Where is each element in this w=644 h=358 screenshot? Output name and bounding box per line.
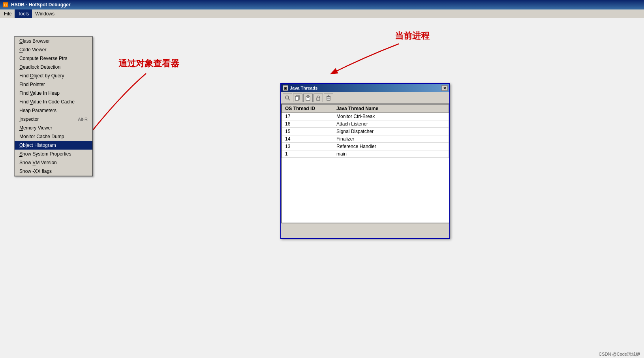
jt-toolbar-btn-copy[interactable] bbox=[293, 94, 302, 102]
svg-text:H: H bbox=[4, 3, 7, 7]
os-thread-id-cell: 17 bbox=[282, 113, 333, 120]
menu-windows[interactable]: Windows bbox=[32, 9, 58, 18]
menu-memory-viewer[interactable]: Memory Viewer bbox=[15, 124, 92, 132]
menu-find-pointer[interactable]: Find Pointer bbox=[15, 80, 92, 89]
jt-scroll-area[interactable]: OS Thread ID Java Thread Name 17Monitor … bbox=[282, 104, 449, 223]
java-thread-name-cell: Attach Listener bbox=[333, 120, 449, 128]
menu-find-value-in-code-cache[interactable]: Find Value In Code Cache bbox=[15, 97, 92, 106]
title-bar: H HSDB - HotSpot Debugger bbox=[0, 0, 644, 9]
os-thread-id-cell: 14 bbox=[282, 135, 333, 143]
menu-deadlock-detection[interactable]: Deadlock Detection bbox=[15, 63, 92, 71]
menu-object-histogram[interactable]: Object Histogram bbox=[15, 141, 92, 150]
app-title: HSDB - HotSpot Debugger bbox=[11, 2, 71, 7]
menu-compute-reverse-ptrs[interactable]: Compute Reverse Ptrs bbox=[15, 54, 92, 63]
menu-tools[interactable]: Tools bbox=[15, 9, 32, 18]
menu-heap-parameters[interactable]: Heap Parameters bbox=[15, 106, 92, 115]
jt-close-button[interactable]: ✕ bbox=[441, 85, 448, 91]
table-row[interactable]: 17Monitor Ctrl-Break bbox=[282, 113, 449, 120]
menu-file[interactable]: File bbox=[1, 9, 15, 18]
jt-table-container: OS Thread ID Java Thread Name 17Monitor … bbox=[281, 104, 449, 223]
tools-dropdown: Class Browser Code Viewer Compute Revers… bbox=[14, 36, 93, 176]
table-row[interactable]: 1main bbox=[282, 150, 449, 158]
jt-status-bar bbox=[281, 231, 449, 238]
menu-monitor-cache-dump[interactable]: Monitor Cache Dump bbox=[15, 132, 92, 141]
java-threads-window: ▣ Java Threads ✕ bbox=[280, 83, 450, 239]
table-row[interactable]: 15Signal Dispatcher bbox=[282, 128, 449, 135]
status-bar: CSDN @Code玩城狮 bbox=[595, 351, 644, 358]
main-content: Class Browser Code Viewer Compute Revers… bbox=[0, 18, 644, 358]
java-thread-name-cell: Signal Dispatcher bbox=[333, 128, 449, 135]
annotation-current-process: 当前进程 bbox=[395, 30, 430, 42]
java-thread-name-cell: Finalizer bbox=[333, 135, 449, 143]
menu-inspector[interactable]: Inspector Alt-R bbox=[15, 115, 92, 124]
os-thread-id-cell: 13 bbox=[282, 143, 333, 150]
menu-find-value-in-heap[interactable]: Find Value In Heap bbox=[15, 89, 92, 97]
jt-bottom-bar bbox=[281, 223, 449, 231]
annotation-object-viewer: 通过对象查看器 bbox=[118, 58, 179, 69]
menu-show-system-properties[interactable]: Show System Properties bbox=[15, 150, 92, 158]
jt-table: OS Thread ID Java Thread Name 17Monitor … bbox=[282, 104, 449, 158]
menu-show-vm-version[interactable]: Show VM Version bbox=[15, 158, 92, 167]
jt-toolbar-btn-lock[interactable] bbox=[314, 94, 323, 102]
table-row[interactable]: 13Reference Handler bbox=[282, 143, 449, 150]
menu-class-browser[interactable]: Class Browser bbox=[15, 37, 92, 45]
jt-title: Java Threads bbox=[290, 86, 317, 90]
jt-toolbar-btn-search[interactable] bbox=[283, 94, 292, 102]
table-row[interactable]: 16Attach Listener bbox=[282, 120, 449, 128]
jt-window-icon: ▣ bbox=[283, 85, 288, 91]
col-java-thread-name: Java Thread Name bbox=[333, 105, 449, 113]
svg-line-3 bbox=[288, 99, 290, 100]
table-row[interactable]: 14Finalizer bbox=[282, 135, 449, 143]
menu-code-viewer[interactable]: Code Viewer bbox=[15, 45, 92, 54]
svg-rect-8 bbox=[317, 98, 320, 100]
java-thread-name-cell: Monitor Ctrl-Break bbox=[333, 113, 449, 120]
svg-rect-5 bbox=[295, 96, 299, 100]
menu-find-object-by-query[interactable]: Find Object by Query bbox=[15, 71, 92, 80]
col-os-thread-id: OS Thread ID bbox=[282, 105, 333, 113]
status-text: CSDN @Code玩城狮 bbox=[599, 352, 640, 356]
java-thread-name-cell: main bbox=[333, 150, 449, 158]
jt-toolbar-btn-delete[interactable] bbox=[324, 94, 333, 102]
os-thread-id-cell: 15 bbox=[282, 128, 333, 135]
svg-rect-7 bbox=[307, 96, 309, 97]
app-icon: H bbox=[2, 2, 9, 8]
menu-bar: File Tools Windows bbox=[0, 9, 644, 18]
os-thread-id-cell: 16 bbox=[282, 120, 333, 128]
java-threads-title-bar: ▣ Java Threads ✕ bbox=[281, 84, 449, 92]
os-thread-id-cell: 1 bbox=[282, 150, 333, 158]
java-thread-name-cell: Reference Handler bbox=[333, 143, 449, 150]
jt-toolbar bbox=[281, 92, 449, 104]
menu-show-xx-flags[interactable]: Show -XX flags bbox=[15, 167, 92, 176]
svg-point-2 bbox=[285, 96, 289, 99]
jt-toolbar-btn-paste[interactable] bbox=[303, 94, 313, 102]
